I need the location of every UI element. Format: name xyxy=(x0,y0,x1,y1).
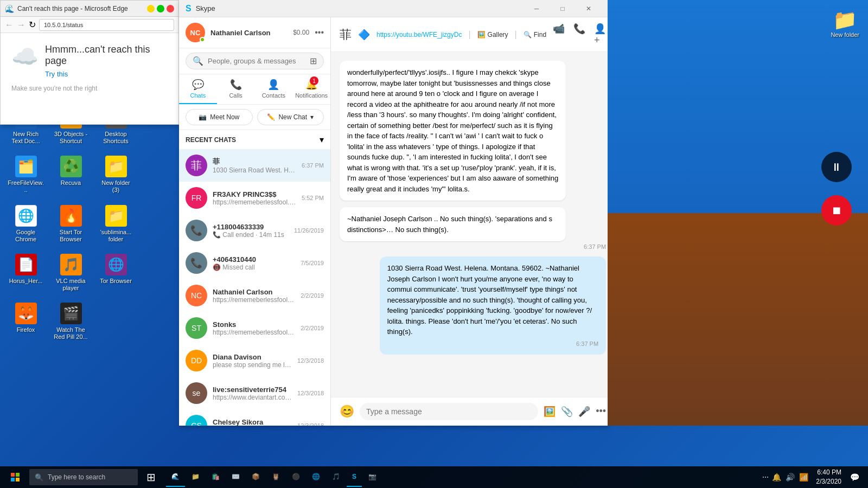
chat-item-phone1[interactable]: 📞 +118004633339 📞 Call ended · 14m 11s 1… xyxy=(179,214,330,247)
recent-chats-chevron-icon: ▾ xyxy=(320,134,324,145)
system-tray: ⋯ 🔔 🔊 📶 6:40 PM 2/3/2020 💬 xyxy=(758,468,866,486)
edge-try-link[interactable]: Try this xyxy=(45,70,168,78)
chat-preview-stonks: https://rememeberlessfool.bl... xyxy=(213,329,295,336)
taskbar-app-camera[interactable]: 📷 xyxy=(363,467,382,487)
taskbar-pinned-apps: 🌊 📁 🛍️ ✉️ 📦 🦉 ⚫ 🌐 xyxy=(166,467,382,487)
taskbar-app-7[interactable]: ⚫ xyxy=(286,467,305,487)
chat-name-phone1: +118004633339 xyxy=(213,223,289,231)
edge-url-bar[interactable] xyxy=(39,19,174,31)
add-person-btn[interactable]: 👤+ xyxy=(594,23,606,46)
chat-item-phone2[interactable]: 📞 +4064310440 📵 Missed call 7/5/2019 xyxy=(179,247,330,279)
recent-chats-header[interactable]: RECENT CHATS ▾ xyxy=(179,130,330,149)
start-button[interactable] xyxy=(2,466,28,488)
nav-contacts[interactable]: 👤 Contacts xyxy=(255,74,293,104)
chat-time-nathaniel: 2/2/2019 xyxy=(301,292,324,299)
pause-btn[interactable]: ⏸ xyxy=(821,152,852,182)
taskbar-app-amazon[interactable]: 📦 xyxy=(246,467,265,487)
desktop-icon-tor-start[interactable]: 🔥 Start Tor Browser xyxy=(50,202,91,246)
attach-file-btn[interactable]: 📎 xyxy=(561,406,573,418)
desktop-icon-horus[interactable]: 📄 Horus_Her... xyxy=(5,251,46,295)
taskbar-app-browser[interactable]: 🌐 xyxy=(307,467,326,487)
video-call-btn[interactable]: 📹 xyxy=(553,23,565,46)
message-1: wonderfully/perfect/'tllyys'.iosijfs.. I… xyxy=(340,61,566,201)
taskbar-app-mail[interactable]: ✉️ xyxy=(226,467,245,487)
profile-avatar: NC xyxy=(186,23,205,42)
chat-item-diana[interactable]: DD Diana Davison please stop sending me … xyxy=(179,344,330,377)
desktop-icon-chrome[interactable]: 🌐 Google Chrome xyxy=(5,202,46,246)
chat-preview-phone1: 📞 Call ended · 14m 11s xyxy=(213,231,289,239)
pause-icon: ⏸ xyxy=(831,161,842,174)
taskbar-app-skype[interactable]: S xyxy=(347,467,362,487)
chat-preview-freaky: https://rememeberlessfool.blo... xyxy=(213,198,296,206)
edge-forward-icon[interactable]: → xyxy=(17,20,25,30)
chat-item-stonks[interactable]: ST Stonks https://rememeberlessfool.bl..… xyxy=(179,312,330,344)
skype-maximize-btn[interactable]: □ xyxy=(550,0,575,17)
edge-titlebar: 🌊 Can't reach this page - Microsoft Edge xyxy=(1,1,178,17)
desktop-icon-sublimina[interactable]: 📁 'sublimina... folder xyxy=(95,202,136,246)
taskbar-search-text: Type here to search xyxy=(48,473,105,481)
grid-icon[interactable]: ⊞ xyxy=(310,56,317,66)
tray-notification-icon[interactable]: 🔔 xyxy=(771,472,782,483)
taskbar-task-view-btn[interactable]: ⊞ xyxy=(139,466,163,488)
taskbar-app-edge[interactable]: 🌊 xyxy=(166,467,185,487)
new-chat-btn[interactable]: ✏️ New Chat ▾ xyxy=(257,109,324,125)
chat-info-fei: 菲 1030 Sierra Road West. Helen... xyxy=(213,157,296,174)
search-box[interactable]: 🔍 ⊞ xyxy=(186,53,324,69)
nav-chats[interactable]: 💬 Chats xyxy=(179,74,217,104)
emoji-btn[interactable]: 😊 xyxy=(340,404,354,419)
video-content: ⏸ ⏹ xyxy=(608,0,868,426)
new-folder-widget[interactable]: 📁 New folder xyxy=(827,5,863,41)
nav-notifications[interactable]: 🔔 Notifications 1 xyxy=(292,74,330,104)
action-center-btn[interactable]: 💬 xyxy=(848,473,861,481)
gallery-btn[interactable]: 🖼️ Gallery xyxy=(477,31,508,38)
chat-item-sensitive[interactable]: se live:sensitiveterrie754 https://www.d… xyxy=(179,377,330,409)
meet-now-btn[interactable]: 📷 Meet Now xyxy=(186,109,253,125)
desktop-icon-redpill[interactable]: 🎬 Watch The Red Pill 20... xyxy=(50,299,91,344)
taskbar-app-tripadvisor[interactable]: 🦉 xyxy=(266,467,285,487)
gallery-icon: 🖼️ xyxy=(477,31,486,38)
chat-item-freaky[interactable]: FR FR3AKY PRINC3$$ https://rememeberless… xyxy=(179,182,330,214)
tray-chevron[interactable]: ⋯ xyxy=(762,473,769,481)
desktop-icon-freefileview[interactable]: 🗂️ FreeFileView... xyxy=(5,152,46,197)
record-stop-btn[interactable]: ⏹ xyxy=(821,195,852,226)
edge-refresh-icon[interactable]: ↻ xyxy=(29,20,36,30)
edge-window-title: Can't reach this page - Microsoft Edge xyxy=(17,5,147,12)
audio-msg-btn[interactable]: 🎤 xyxy=(578,406,590,418)
desktop-icon-recuva[interactable]: ♻️ Recuva xyxy=(50,152,91,197)
chat-name-diana: Diana Davison xyxy=(213,353,292,361)
desktop-icon-tor[interactable]: 🌐 Tor Browser xyxy=(95,251,136,295)
chat-item-nathaniel[interactable]: NC Nathaniel Carlson https://rememeberle… xyxy=(179,279,330,312)
more-input-btn[interactable]: ••• xyxy=(596,406,606,418)
edge-minimize-btn[interactable] xyxy=(147,5,155,12)
find-btn[interactable]: 🔍 Find xyxy=(524,31,546,38)
edge-back-icon[interactable]: ← xyxy=(5,20,14,30)
nav-calls[interactable]: 📞 Calls xyxy=(217,74,255,104)
desktop-icon-vlc[interactable]: 🎵 VLC media player xyxy=(50,251,91,295)
edge-close-btn[interactable] xyxy=(167,5,174,12)
taskbar-app-store[interactable]: 🛍️ xyxy=(206,467,225,487)
taskbar-app-vlc[interactable]: 🎵 xyxy=(327,467,346,487)
skype-minimize-btn[interactable]: ─ xyxy=(524,0,549,17)
message-input[interactable] xyxy=(360,403,538,420)
store-taskbar-icon: 🛍️ xyxy=(212,473,220,480)
audio-call-btn[interactable]: 📞 xyxy=(573,23,585,46)
tray-volume-icon[interactable]: 🔊 xyxy=(784,472,796,483)
notification-badge: 1 xyxy=(310,76,318,85)
profile-more-btn[interactable]: ••• xyxy=(315,28,324,37)
chat-item-chelsey[interactable]: CS Chelsey Sikora https://www.deviantart… xyxy=(179,409,330,426)
chat-messages: wonderfully/perfect/'tllyys'.iosijfs.. I… xyxy=(331,52,608,397)
search-input[interactable] xyxy=(208,57,305,65)
chat-link[interactable]: https://youtu.be/WFE_jizgyDc xyxy=(376,31,462,38)
system-clock[interactable]: 6:40 PM 2/3/2020 xyxy=(812,468,846,486)
attach-image-btn[interactable]: 🖼️ xyxy=(544,406,556,418)
taskbar-app-explorer[interactable]: 📁 xyxy=(186,467,205,487)
chat-item-fei[interactable]: 菲 菲 1030 Sierra Road West. Helen... 6:37… xyxy=(179,149,330,182)
desktop-icon-firefox[interactable]: 🦊 Firefox xyxy=(5,299,46,344)
desktop-icon-newfolder3[interactable]: 📁 New folder (3) xyxy=(95,152,136,197)
chat-info-nathaniel: Nathaniel Carlson https://rememeberlessf… xyxy=(213,288,295,304)
skype-close-btn[interactable]: ✕ xyxy=(576,0,601,17)
edge-maximize-btn[interactable] xyxy=(157,5,164,12)
taskbar-search[interactable]: 🔍 Type here to search xyxy=(29,469,138,485)
online-status-dot xyxy=(200,37,205,42)
tray-network-icon[interactable]: 📶 xyxy=(798,472,809,483)
